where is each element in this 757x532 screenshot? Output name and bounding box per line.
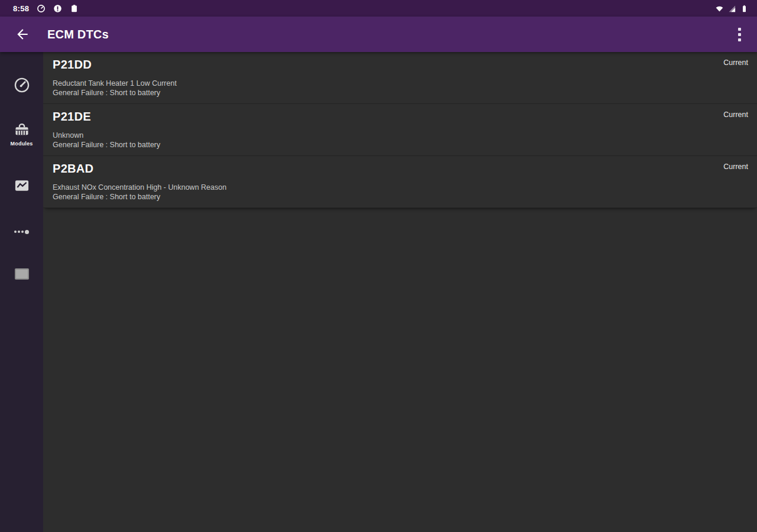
gauge-icon: [36, 4, 46, 13]
status-badge: Current: [723, 163, 748, 171]
clipboard-icon: [69, 4, 79, 13]
sidebar-rail: Modules: [0, 52, 43, 532]
back-button[interactable]: [6, 18, 39, 51]
dtc-row-p21de[interactable]: P21DE Unknown General Failure : Short to…: [43, 104, 757, 156]
status-bar: 8:58: [0, 0, 757, 17]
clock: 8:58: [13, 4, 29, 13]
dtc-row-p21dd[interactable]: P21DD Reductant Tank Heater 1 Low Curren…: [43, 52, 757, 104]
dtc-description: Exhaust NOx Concentration High - Unknown…: [53, 183, 748, 192]
dtc-description: Unknown: [53, 131, 748, 140]
app-bar: ECM DTCs: [0, 17, 757, 52]
dots-icon: [14, 228, 29, 235]
toolbox-icon: [14, 122, 30, 138]
cell-signal-icon: [727, 4, 736, 13]
dtc-code: P2BAD: [53, 162, 748, 176]
graph-icon: [14, 177, 30, 194]
dtc-code: P21DD: [53, 58, 748, 72]
notification-circle-icon: [53, 4, 62, 13]
sidebar-item-graphing[interactable]: [0, 177, 43, 194]
square-icon: [15, 268, 29, 280]
sidebar-item-modules[interactable]: Modules: [0, 122, 43, 147]
sidebar-item-data[interactable]: [0, 228, 43, 235]
dtc-failure-detail: General Failure : Short to battery: [53, 88, 748, 98]
wifi-icon: [714, 4, 724, 13]
sidebar-item-label: Modules: [11, 141, 33, 147]
overflow-menu-button[interactable]: [725, 18, 753, 51]
overflow-menu-icon: [738, 28, 741, 31]
arrow-left-icon: [15, 27, 30, 42]
dtc-list: P21DD Reductant Tank Heater 1 Low Curren…: [43, 52, 757, 532]
dtc-code: P21DE: [53, 110, 748, 124]
dtc-description: Reductant Tank Heater 1 Low Current: [53, 79, 748, 88]
page-title: ECM DTCs: [47, 28, 109, 41]
speedometer-icon: [14, 77, 30, 93]
sidebar-item-dashboard[interactable]: [0, 77, 43, 93]
status-badge: Current: [723, 111, 748, 119]
dtc-failure-detail: General Failure : Short to battery: [53, 140, 748, 150]
dtc-row-p2bad[interactable]: P2BAD Exhaust NOx Concentration High - U…: [43, 156, 757, 208]
battery-icon: [739, 4, 749, 13]
dtc-failure-detail: General Failure : Short to battery: [53, 192, 748, 202]
status-badge: Current: [723, 59, 748, 67]
sidebar-item-stop[interactable]: [0, 268, 43, 280]
